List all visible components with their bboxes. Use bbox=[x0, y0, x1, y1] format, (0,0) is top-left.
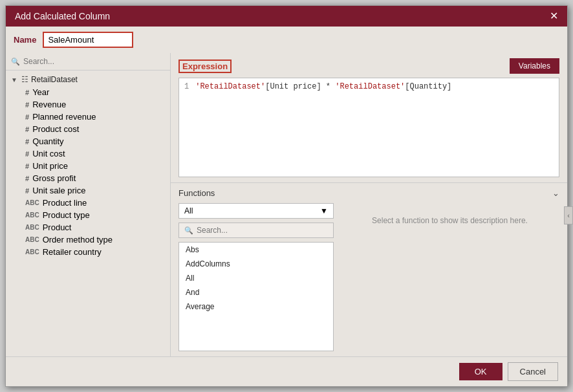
tree-child-label: Product line bbox=[43, 198, 87, 208]
cancel-button[interactable]: Cancel bbox=[508, 362, 558, 381]
tree-child-label: Retailer country bbox=[43, 247, 102, 257]
tree-child-label: Year bbox=[32, 87, 49, 97]
hash-icon: # bbox=[25, 138, 29, 146]
list-item[interactable]: ABC Product type bbox=[6, 209, 170, 221]
expression-label: Expression bbox=[178, 60, 232, 73]
expand-icon: ▼ bbox=[11, 76, 17, 83]
name-row: Name bbox=[6, 27, 567, 53]
collapse-panel-button[interactable]: ‹ bbox=[564, 206, 567, 224]
tree-child-label: Product type bbox=[43, 210, 90, 220]
dialog-footer: OK Cancel bbox=[6, 356, 567, 386]
tree-child-label: Unit price bbox=[32, 161, 68, 171]
function-search-input[interactable] bbox=[197, 226, 328, 235]
hash-icon: # bbox=[25, 187, 29, 195]
expr-line: 1 'RetailDataset'[Unit price] * 'RetailD… bbox=[184, 82, 554, 91]
add-calculated-column-dialog: Add Calculated Column ✕ Name 🔍 ▼ ☷ Retai… bbox=[5, 5, 568, 387]
tree-child-label: Product cost bbox=[32, 124, 79, 134]
tree-child-label: Gross profit bbox=[32, 173, 76, 183]
dialog-body: 🔍 ▼ ☷ RetailDataset # Year # Revenue bbox=[6, 53, 567, 356]
list-item[interactable]: # Product cost bbox=[6, 123, 170, 135]
hash-icon: # bbox=[25, 89, 29, 96]
tree-root[interactable]: ▼ ☷ RetailDataset bbox=[6, 73, 170, 86]
search-icon: 🔍 bbox=[184, 226, 193, 235]
functions-body: All ▼ 🔍 Abs AddColumns All bbox=[178, 203, 559, 351]
list-item[interactable]: ABC Order method type bbox=[6, 234, 170, 246]
hash-icon: # bbox=[25, 175, 29, 182]
tree-child-label: Planned revenue bbox=[32, 112, 96, 122]
tree-area: ▼ ☷ RetailDataset # Year # Revenue # Pla… bbox=[6, 71, 170, 356]
list-item[interactable]: Average bbox=[179, 299, 333, 314]
functions-header: Functions ⌄ bbox=[178, 188, 559, 198]
line-number: 1 bbox=[184, 82, 189, 91]
list-item[interactable]: All bbox=[179, 271, 333, 285]
search-icon: 🔍 bbox=[11, 58, 20, 66]
list-item[interactable]: AddColumns bbox=[179, 257, 333, 271]
list-item[interactable]: # Unit cost bbox=[6, 147, 170, 160]
abc-icon: ABC bbox=[25, 199, 39, 206]
expression-code: 'RetailDataset'[Unit price] * 'RetailDat… bbox=[195, 82, 451, 91]
expression-editor[interactable]: 1 'RetailDataset'[Unit price] * 'RetailD… bbox=[178, 78, 559, 177]
hash-icon: # bbox=[25, 150, 29, 158]
expression-section: Expression Variables 1 'RetailDataset'[U… bbox=[171, 53, 567, 182]
right-panel: Expression Variables 1 'RetailDataset'[U… bbox=[171, 53, 567, 356]
tree-child-label: Revenue bbox=[32, 100, 66, 109]
dropdown-arrow-icon: ▼ bbox=[320, 206, 328, 215]
name-label: Name bbox=[14, 35, 36, 45]
expression-header: Expression Variables bbox=[178, 58, 559, 74]
function-search-box: 🔍 bbox=[178, 223, 334, 238]
function-list: Abs AddColumns All And Average bbox=[178, 242, 334, 351]
dropdown-value: All bbox=[184, 206, 193, 215]
name-input[interactable] bbox=[43, 32, 133, 48]
tree-child-label: Unit sale price bbox=[32, 186, 85, 195]
variables-button[interactable]: Variables bbox=[510, 58, 559, 74]
list-item[interactable]: And bbox=[179, 285, 333, 299]
close-button[interactable]: ✕ bbox=[550, 11, 558, 21]
hash-icon: # bbox=[25, 125, 29, 133]
tree-child-label: Order method type bbox=[43, 235, 113, 245]
abc-icon: ABC bbox=[25, 248, 39, 256]
tree-child-label: Unit cost bbox=[32, 149, 65, 158]
chevron-down-icon[interactable]: ⌄ bbox=[552, 188, 559, 198]
tree-child-label: Quantity bbox=[32, 136, 63, 146]
tree-child-label: Product bbox=[43, 223, 72, 232]
hash-icon: # bbox=[25, 101, 29, 109]
list-item[interactable]: # Unit sale price bbox=[6, 184, 170, 197]
hash-icon: # bbox=[25, 162, 29, 170]
list-item[interactable]: # Year bbox=[6, 86, 170, 98]
functions-left: All ▼ 🔍 Abs AddColumns All bbox=[178, 203, 334, 351]
hash-icon: # bbox=[25, 113, 29, 121]
list-item[interactable]: ABC Product bbox=[6, 221, 170, 234]
left-panel: 🔍 ▼ ☷ RetailDataset # Year # Revenue bbox=[6, 53, 171, 356]
abc-icon: ABC bbox=[25, 224, 39, 231]
list-item[interactable]: Abs bbox=[179, 243, 333, 257]
list-item[interactable]: # Planned revenue bbox=[6, 111, 170, 123]
ok-button[interactable]: OK bbox=[459, 363, 503, 380]
list-item[interactable]: ABC Product line bbox=[6, 197, 170, 209]
abc-icon: ABC bbox=[25, 212, 39, 219]
dialog-title-bar: Add Calculated Column ✕ bbox=[6, 6, 567, 27]
function-description: Select a function to show its descriptio… bbox=[372, 216, 528, 225]
search-box: 🔍 bbox=[6, 53, 170, 71]
functions-right: Select a function to show its descriptio… bbox=[340, 203, 559, 351]
list-item[interactable]: # Unit price bbox=[6, 160, 170, 172]
list-item[interactable]: # Quantity bbox=[6, 135, 170, 147]
function-filter-dropdown[interactable]: All ▼ bbox=[178, 203, 334, 219]
tree-root-label: RetailDataset bbox=[31, 75, 78, 84]
list-item[interactable]: # Gross profit bbox=[6, 172, 170, 184]
abc-icon: ABC bbox=[25, 236, 39, 243]
list-item[interactable]: ABC Retailer country bbox=[6, 246, 170, 258]
functions-label: Functions bbox=[178, 188, 215, 198]
functions-section: Functions ⌄ All ▼ 🔍 bbox=[171, 182, 567, 356]
search-input[interactable] bbox=[23, 57, 165, 66]
table-icon: ☷ bbox=[21, 75, 28, 84]
list-item[interactable]: # Revenue bbox=[6, 98, 170, 111]
dialog-title: Add Calculated Column bbox=[15, 11, 110, 21]
